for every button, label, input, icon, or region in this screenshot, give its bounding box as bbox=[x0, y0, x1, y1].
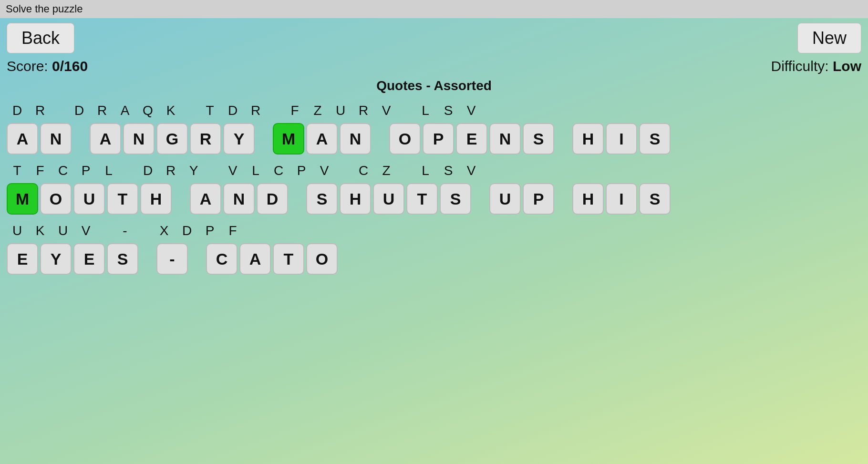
letter-tile[interactable]: E bbox=[456, 123, 487, 155]
letter-tile[interactable]: A bbox=[190, 183, 221, 215]
letter-tile[interactable]: G bbox=[156, 123, 188, 155]
letter-tile[interactable]: S bbox=[523, 123, 554, 155]
letter-tile[interactable]: A bbox=[7, 123, 38, 155]
cipher-char: D bbox=[69, 103, 90, 118]
cipher-char: V bbox=[376, 103, 397, 118]
cipher-char: P bbox=[199, 223, 220, 238]
letter-tile[interactable]: M bbox=[273, 123, 304, 155]
cipher-char: L bbox=[415, 163, 436, 178]
cipher-char: X bbox=[154, 223, 175, 238]
letter-tile[interactable]: R bbox=[190, 123, 221, 155]
cipher-char: K bbox=[160, 103, 181, 118]
letter-tile[interactable]: H bbox=[140, 183, 172, 215]
letter-tile[interactable]: E bbox=[7, 243, 38, 275]
difficulty-value: Low bbox=[833, 58, 861, 74]
letter-tile[interactable]: S bbox=[440, 183, 471, 215]
cipher-char: R bbox=[30, 103, 51, 118]
cipher-char: T bbox=[7, 163, 28, 178]
cipher-char: U bbox=[52, 223, 73, 238]
cipher-char: T bbox=[199, 103, 220, 118]
dash-tile: - bbox=[156, 243, 188, 275]
letter-tile[interactable]: Y bbox=[223, 123, 255, 155]
letter-tile[interactable]: S bbox=[306, 183, 338, 215]
letter-tile[interactable]: O bbox=[40, 183, 72, 215]
letter-tile[interactable]: O bbox=[306, 243, 338, 275]
cipher-char: V bbox=[461, 163, 482, 178]
cipher-char: S bbox=[438, 163, 459, 178]
cipher-char: F bbox=[284, 103, 305, 118]
letter-tile[interactable]: N bbox=[489, 123, 521, 155]
cipher-char: R bbox=[160, 163, 181, 178]
title-text: Solve the puzzle bbox=[6, 3, 83, 15]
top-bar: Back New bbox=[0, 18, 868, 58]
title-bar: Solve the puzzle bbox=[0, 0, 868, 18]
puzzle-area: DRDRAQKTDRFZURVLSVANANGRYMANOPENSHISTFCP… bbox=[0, 100, 868, 276]
letter-tile[interactable]: U bbox=[373, 183, 404, 215]
letter-tile[interactable]: N bbox=[123, 123, 155, 155]
letter-tile[interactable]: N bbox=[223, 183, 255, 215]
cipher-char: Q bbox=[137, 103, 158, 118]
cipher-row-2: UKUV-XDPF bbox=[5, 220, 863, 241]
cipher-row-0: DRDRAQKTDRFZURVLSV bbox=[5, 100, 863, 121]
letter-tile[interactable]: T bbox=[107, 183, 138, 215]
letter-tile[interactable]: U bbox=[73, 183, 105, 215]
cipher-char: U bbox=[330, 103, 351, 118]
row-pair-1: TFCPLDRYVLCPVCZLSVMOUTHANDSHUTSUPHIS bbox=[5, 160, 863, 216]
back-button[interactable]: Back bbox=[7, 23, 74, 53]
cipher-char: R bbox=[92, 103, 113, 118]
cipher-char: R bbox=[353, 103, 374, 118]
category-line: Quotes - Assorted bbox=[0, 78, 868, 93]
letter-tile[interactable]: A bbox=[90, 123, 121, 155]
cipher-char: D bbox=[7, 103, 28, 118]
letter-tile[interactable]: A bbox=[239, 243, 271, 275]
new-button[interactable]: New bbox=[797, 23, 861, 53]
plain-row-1: MOUTHANDSHUTSUPHIS bbox=[5, 182, 863, 216]
cipher-char: P bbox=[291, 163, 312, 178]
row-pair-2: UKUV-XDPFEYES-CATO bbox=[5, 220, 863, 276]
cipher-char: R bbox=[245, 103, 266, 118]
cipher-row-1: TFCPLDRYVLCPVCZLSV bbox=[5, 160, 863, 181]
cipher-char: V bbox=[222, 163, 243, 178]
cipher-char: V bbox=[461, 103, 482, 118]
cipher-char: A bbox=[114, 103, 135, 118]
letter-tile[interactable]: S bbox=[639, 123, 671, 155]
cipher-char: L bbox=[245, 163, 266, 178]
cipher-char: C bbox=[353, 163, 374, 178]
letter-tile[interactable]: N bbox=[340, 123, 371, 155]
cipher-char: U bbox=[7, 223, 28, 238]
letter-tile[interactable]: H bbox=[572, 183, 604, 215]
plain-row-2: EYES-CATO bbox=[5, 242, 863, 276]
letter-tile[interactable]: E bbox=[73, 243, 105, 275]
letter-tile[interactable]: C bbox=[206, 243, 238, 275]
letter-tile[interactable]: O bbox=[389, 123, 421, 155]
letter-tile[interactable]: H bbox=[340, 183, 371, 215]
letter-tile[interactable]: S bbox=[107, 243, 138, 275]
cipher-char: Y bbox=[183, 163, 204, 178]
cipher-char: D bbox=[176, 223, 197, 238]
cipher-char: V bbox=[314, 163, 335, 178]
letter-tile[interactable]: Y bbox=[40, 243, 72, 275]
cipher-char: S bbox=[438, 103, 459, 118]
letter-tile[interactable]: D bbox=[257, 183, 288, 215]
cipher-char: C bbox=[52, 163, 73, 178]
letter-tile[interactable]: S bbox=[639, 183, 671, 215]
letter-tile[interactable]: T bbox=[273, 243, 304, 275]
letter-tile[interactable]: A bbox=[306, 123, 338, 155]
letter-tile[interactable]: P bbox=[423, 123, 454, 155]
letter-tile[interactable]: H bbox=[572, 123, 604, 155]
cipher-char: D bbox=[137, 163, 158, 178]
difficulty-label: Difficulty: bbox=[771, 58, 829, 74]
letter-tile[interactable]: P bbox=[523, 183, 554, 215]
cipher-char: F bbox=[222, 223, 243, 238]
cipher-char: Z bbox=[307, 103, 328, 118]
letter-tile[interactable]: M bbox=[7, 183, 38, 215]
letter-tile[interactable]: I bbox=[606, 123, 637, 155]
cipher-char: F bbox=[30, 163, 51, 178]
score-value: 0/160 bbox=[52, 58, 88, 74]
cipher-char: C bbox=[268, 163, 289, 178]
letter-tile[interactable]: U bbox=[489, 183, 521, 215]
letter-tile[interactable]: T bbox=[406, 183, 438, 215]
letter-tile[interactable]: I bbox=[606, 183, 637, 215]
letter-tile[interactable]: N bbox=[40, 123, 72, 155]
cipher-char: L bbox=[98, 163, 119, 178]
